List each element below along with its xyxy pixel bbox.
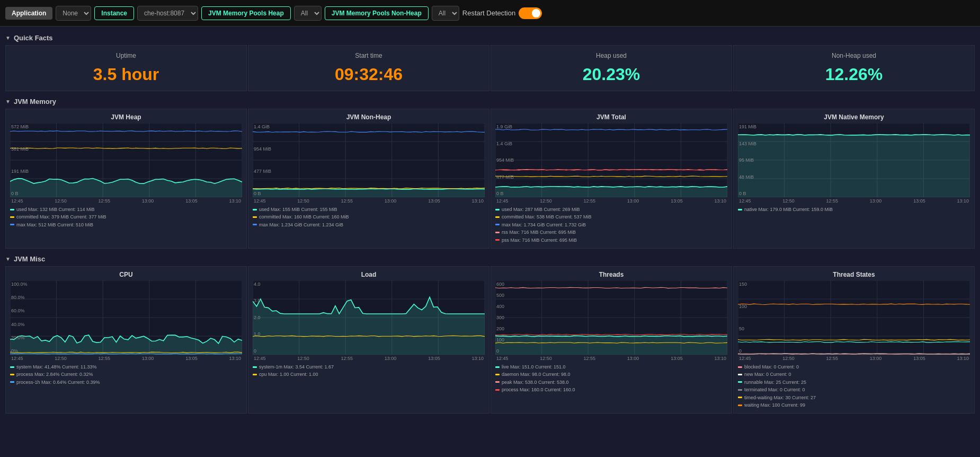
fact-starttime-value: 09:32:46 bbox=[254, 65, 484, 84]
legend-color bbox=[495, 216, 500, 218]
quick-facts-header[interactable]: ▼ Quick Facts bbox=[5, 31, 975, 45]
jvm-memory-header[interactable]: ▼ JVM Memory bbox=[5, 94, 975, 109]
legend-item: used Max: 287 MiB Current: 269 MiB bbox=[495, 206, 727, 213]
legend-jvm_misc-1: system-1m Max: 3.54 Current: 1.67cpu Max… bbox=[253, 363, 485, 379]
legend-text: max Max: 512 MiB Current: 510 MiB bbox=[16, 221, 93, 228]
legend-color bbox=[495, 224, 500, 225]
legend-color bbox=[495, 232, 500, 233]
chart-title-jvm_misc-1: Load bbox=[253, 271, 485, 278]
legend-color bbox=[253, 224, 257, 225]
legend-item: process-1h Max: 0.64% Current: 0.39% bbox=[10, 379, 242, 386]
x-axis-label: 13:05 bbox=[428, 356, 440, 361]
x-axis-label: 12:45 bbox=[739, 198, 751, 204]
x-axis-label: 13:05 bbox=[428, 198, 440, 204]
x-axis-label: 13:05 bbox=[185, 356, 198, 361]
legend-text: process-1h Max: 0.64% Current: 0.39% bbox=[16, 379, 100, 386]
chart-title-jvm_memory-2: JVM Total bbox=[495, 113, 727, 121]
chart-jvm_memory-3: JVM Native Memory191 MiB143 MiB95 MiB48 … bbox=[733, 109, 975, 249]
legend-text: daemon Max: 98.0 Current: 98.0 bbox=[502, 371, 571, 378]
legend-jvm_misc-2: live Max: 151.0 Current: 151.0daemon Max… bbox=[495, 363, 727, 394]
jvm-misc-header[interactable]: ▼ JVM Misc bbox=[5, 252, 975, 266]
chart-jvm_memory-0: JVM Heap572 MiB381 MiB191 MiB0 B12:4512:… bbox=[5, 109, 247, 249]
host-select[interactable]: che-host:8087 bbox=[137, 6, 198, 21]
chart-jvm_memory-2: JVM Total1.9 GiB1.4 GiB954 MiB477 MiB0 B… bbox=[491, 109, 732, 249]
legend-text: live Max: 151.0 Current: 151.0 bbox=[502, 363, 566, 371]
legend-color bbox=[253, 374, 257, 375]
restart-toggle[interactable] bbox=[519, 7, 542, 19]
fact-heap: Heap used 20.23% bbox=[491, 45, 732, 91]
jvm-misc-charts: CPU100.0%80.0%60.0%40.0%20.0%0%12:4512:5… bbox=[5, 266, 975, 414]
fact-heap-label: Heap used bbox=[496, 52, 726, 59]
instance-btn[interactable]: Instance bbox=[94, 6, 134, 20]
legend-color bbox=[495, 374, 500, 375]
legend-text: rss Max: 716 MiB Current: 695 MiB bbox=[502, 228, 576, 236]
x-axis-label: 13:00 bbox=[385, 356, 397, 361]
legend-text: used Max: 132 MiB Current: 114 MiB bbox=[16, 206, 95, 213]
jvm-heap-btn[interactable]: JVM Memory Pools Heap bbox=[201, 6, 291, 20]
x-axis-label: 13:10 bbox=[957, 198, 969, 204]
x-axis-label: 13:00 bbox=[385, 198, 397, 204]
jvm-memory-title: JVM Memory bbox=[14, 98, 56, 106]
legend-color bbox=[10, 381, 14, 383]
x-axis-label: 13:00 bbox=[627, 356, 639, 361]
legend-item: committed Max: 538 MiB Current: 537 MiB bbox=[495, 213, 727, 221]
legend-text: used Max: 155 MiB Current: 155 MiB bbox=[259, 206, 337, 213]
legend-item: committed Max: 160 MiB Current: 160 MiB bbox=[253, 213, 485, 221]
x-axis-label: 12:50 bbox=[540, 198, 552, 204]
fact-nonheap-label: Non-Heap used bbox=[739, 52, 969, 59]
x-axis-label: 13:10 bbox=[957, 356, 969, 361]
chart-area-jvm_misc-3: 150100500 bbox=[738, 280, 970, 355]
legend-color bbox=[738, 405, 742, 406]
chart-area-jvm_memory-2: 1.9 GiB1.4 GiB954 MiB477 MiB0 B bbox=[495, 123, 727, 197]
legend-text: max Max: 1.234 GiB Current: 1.234 GiB bbox=[259, 221, 343, 228]
legend-text: waiting Max: 100 Current: 99 bbox=[744, 401, 805, 409]
x-axis-label: 13:05 bbox=[913, 356, 925, 361]
legend-text: terminated Max: 0 Current: 0 bbox=[744, 386, 805, 393]
x-axis-label: 12:45 bbox=[11, 198, 23, 204]
restart-detection-btn[interactable]: Restart Detection bbox=[462, 9, 515, 17]
legend-item: terminated Max: 0 Current: 0 bbox=[738, 386, 970, 393]
x-axis-label: 12:45 bbox=[496, 356, 509, 361]
legend-text: runnable Max: 25 Current: 25 bbox=[744, 379, 806, 386]
legend-text: timed-waiting Max: 30 Current: 27 bbox=[744, 394, 816, 401]
jvm-misc-title: JVM Misc bbox=[14, 255, 45, 263]
legend-color bbox=[10, 209, 14, 210]
legend-text: peak Max: 538.0 Current: 538.0 bbox=[502, 379, 569, 386]
legend-text: cpu Max: 1.00 Current: 1.00 bbox=[259, 371, 318, 378]
x-axis-label: 12:55 bbox=[99, 356, 111, 361]
legend-item: timed-waiting Max: 30 Current: 27 bbox=[738, 394, 970, 401]
legend-color bbox=[253, 366, 257, 368]
legend-item: cpu Max: 1.00 Current: 1.00 bbox=[253, 371, 485, 378]
legend-color bbox=[738, 381, 742, 383]
legend-jvm_memory-1: used Max: 155 MiB Current: 155 MiBcommit… bbox=[253, 206, 485, 228]
legend-text: system-1m Max: 3.54 Current: 1.67 bbox=[259, 363, 334, 371]
legend-item: peak Max: 538.0 Current: 538.0 bbox=[495, 379, 727, 386]
legend-item: process Max: 160.0 Current: 160.0 bbox=[495, 386, 727, 393]
chart-area-jvm_memory-3: 191 MiB143 MiB95 MiB48 MiB0 B bbox=[738, 123, 970, 197]
legend-color bbox=[10, 216, 14, 218]
chart-area-jvm_memory-1: 1.4 GiB954 MiB477 MiB0 B bbox=[253, 123, 485, 197]
x-axis-label: 13:00 bbox=[142, 198, 154, 204]
legend-jvm_memory-0: used Max: 132 MiB Current: 114 MiBcommit… bbox=[10, 206, 242, 228]
fact-uptime: Uptime 3.5 hour bbox=[5, 45, 247, 91]
none-select[interactable]: None bbox=[56, 6, 91, 21]
x-axis-label: 12:45 bbox=[254, 198, 266, 204]
main-content: ▼ Quick Facts Uptime 3.5 hour Start time… bbox=[0, 27, 980, 421]
chart-title-jvm_memory-3: JVM Native Memory bbox=[738, 113, 970, 121]
legend-item: native Max: 179.0 MiB Current: 159.0 MiB bbox=[738, 206, 970, 213]
all2-select[interactable]: All bbox=[432, 6, 459, 21]
legend-item: committed Max: 379 MiB Current: 377 MiB bbox=[10, 213, 242, 221]
x-axis-label: 13:10 bbox=[229, 356, 241, 361]
fact-uptime-value: 3.5 hour bbox=[11, 65, 241, 84]
chart-area-jvm_memory-0: 572 MiB381 MiB191 MiB0 B bbox=[10, 123, 242, 197]
jvm-nonheap-btn[interactable]: JVM Memory Pools Non-Heap bbox=[325, 6, 429, 20]
x-axis-label: 13:10 bbox=[471, 356, 484, 361]
legend-item: used Max: 155 MiB Current: 155 MiB bbox=[253, 206, 485, 213]
chart-area-jvm_misc-2: 6005004003002001000 bbox=[495, 280, 727, 355]
quick-facts-grid: Uptime 3.5 hour Start time 09:32:46 Heap… bbox=[5, 45, 975, 91]
x-axis-label: 12:45 bbox=[11, 356, 23, 361]
all1-select[interactable]: All bbox=[294, 6, 322, 21]
legend-text: process Max: 2.84% Current: 0.32% bbox=[16, 371, 93, 378]
application-btn[interactable]: Application bbox=[5, 7, 52, 20]
fact-heap-value: 20.23% bbox=[496, 65, 726, 84]
